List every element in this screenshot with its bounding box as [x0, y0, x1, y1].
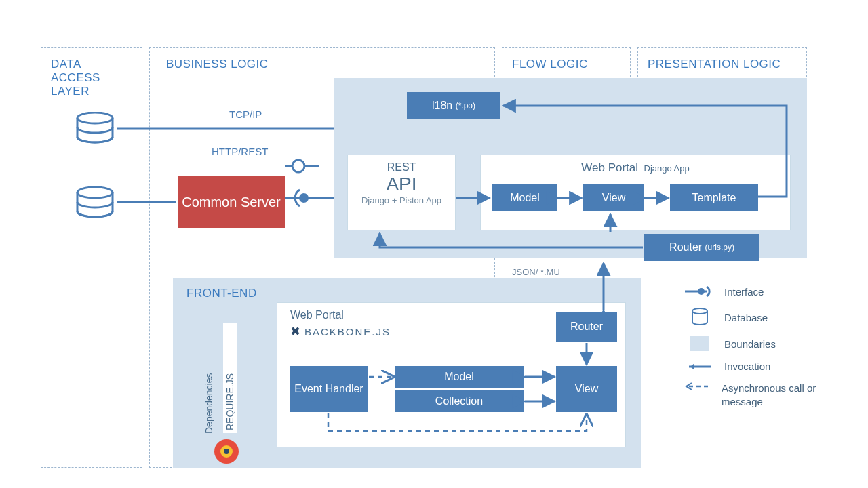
database-icon-1: [75, 112, 115, 149]
legend-async: Asynchronous call or message: [685, 382, 841, 408]
frontend-panel-title: Web Portal ✖ BACKBONE.JS: [290, 309, 391, 339]
event-handler-block: Event Handler: [290, 366, 368, 412]
flow-logic-title: FLOW LOGIC: [512, 58, 588, 71]
legend-invocation: Invocation: [685, 361, 841, 372]
target-icon: [214, 439, 239, 464]
database-icon-2: [75, 186, 115, 224]
router-block: Router (urls.py): [644, 234, 760, 261]
view-block: View: [583, 184, 644, 211]
svg-point-1: [77, 187, 113, 198]
svg-point-18: [698, 288, 705, 295]
frontend-title: FRONT-END: [186, 287, 257, 300]
fe-collection-block: Collection: [395, 390, 524, 412]
tcpip-label: TCP/IP: [229, 108, 262, 120]
business-logic-title: BUSINESS LOGIC: [166, 58, 269, 71]
backbone-icon: ✖: [290, 324, 300, 339]
template-block: Template: [670, 184, 758, 211]
dependencies-label: Dependencies: [203, 319, 214, 434]
requirejs-label: REQUIRE.JS: [222, 322, 237, 434]
data-access-title: DATA ACCESS LAYER: [51, 58, 132, 98]
i18n-block: l18n (*.po): [407, 92, 500, 119]
common-server-block: Common Server: [178, 176, 285, 228]
fe-model-block: Model: [395, 366, 524, 388]
fe-view-block: View: [556, 366, 617, 412]
diagram-canvas: DATA ACCESS LAYER BUSINESS LOGIC FLOW LO…: [0, 0, 868, 488]
model-collection-group: Model Collection: [395, 366, 524, 412]
legend-boundaries: Boundaries: [685, 336, 841, 351]
rest-api-label: REST API Django + Piston App: [347, 161, 456, 205]
legend-interface: Interface: [685, 285, 841, 298]
model-block: Model: [492, 184, 557, 211]
legend: Interface Database Boundaries Invocation…: [685, 285, 841, 418]
httprest-label: HTTP/REST: [212, 146, 268, 157]
legend-database: Database: [685, 308, 841, 327]
data-access-layer-box: [41, 47, 142, 468]
fe-router-block: Router: [556, 312, 617, 342]
presentation-logic-title: PRESENTATION LOGIC: [648, 58, 781, 71]
web-portal-title: Web Portal Django App: [480, 161, 791, 175]
json-label: JSON/ *.MU: [512, 267, 560, 277]
svg-point-0: [77, 113, 113, 123]
svg-point-19: [692, 308, 707, 314]
